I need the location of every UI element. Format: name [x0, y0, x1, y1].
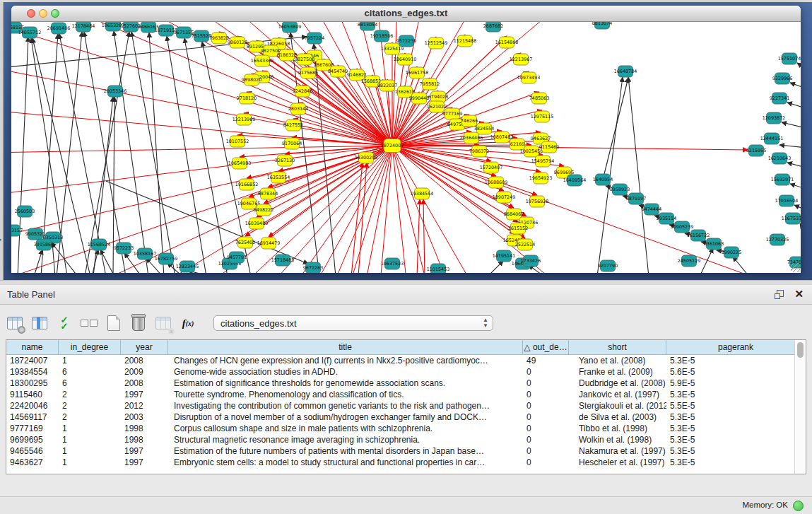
table-cell[interactable]: 6 [59, 378, 121, 389]
column-header-year[interactable]: year [121, 340, 168, 355]
table-cell[interactable]: Tourette syndrome. Phenomenology and cla… [168, 389, 523, 400]
table-row[interactable]: 911546021997Tourette syndrome. Phenomeno… [6, 389, 806, 400]
table-cell[interactable]: Structural magnetic resonance image aver… [168, 434, 523, 445]
table-cell[interactable]: 9465546 [6, 445, 59, 457]
table-cell[interactable]: 5.5E-5 [666, 400, 806, 411]
table-cell[interactable]: Genome-wide association studies in ADHD. [168, 366, 523, 378]
graph-node[interactable]: 11568524 [88, 239, 111, 250]
graph-node[interactable]: 9777169 [442, 108, 462, 119]
graph-node[interactable]: 7515525 [192, 30, 211, 42]
graph-node[interactable]: 9227341 [770, 93, 789, 104]
table-cell[interactable]: 2 [59, 411, 121, 423]
table-cell[interactable]: Wolkin et al. (1998) [569, 434, 666, 445]
graph-node[interactable]: 8878344 [258, 188, 278, 199]
graph-node[interactable]: 16039489 [245, 218, 269, 229]
graph-node[interactable]: 9329966 [772, 73, 792, 84]
table-cell[interactable]: Estimation of the future numbers of pati… [168, 445, 523, 457]
graph-node[interactable]: 8813054 [358, 22, 377, 30]
graph-node[interactable]: 19384554 [411, 188, 434, 199]
graph-node[interactable]: 9860123 [228, 37, 247, 48]
table-cell[interactable]: 5.6E-5 [666, 366, 806, 378]
graph-node[interactable]: 16648784 [614, 66, 637, 77]
table-cell[interactable]: 0 [523, 400, 569, 411]
graph-node[interactable]: 12512549 [425, 37, 448, 49]
graph-node[interactable]: 10905239 [671, 221, 694, 233]
graph-node[interactable]: 18107552 [226, 136, 249, 147]
graph-node[interactable]: 11675338 [782, 213, 801, 224]
graph-node[interactable]: 7963822 [209, 33, 229, 44]
graph-node[interactable]: 12823445 [176, 261, 199, 272]
graph-node[interactable]: 1615152 [508, 223, 528, 234]
graph-node[interactable]: 9170064 [282, 138, 302, 149]
table-scrollbar[interactable] [794, 340, 806, 474]
window-titlebar[interactable]: citations_edges.txt [11, 6, 801, 22]
table-cell[interactable]: 9699695 [6, 434, 59, 445]
graph-node[interactable]: 12444151 [760, 133, 784, 144]
graph-node[interactable]: 19756928 [526, 196, 549, 207]
float-panel-icon[interactable] [775, 290, 784, 299]
new-table-icon[interactable] [105, 314, 123, 332]
table-cell[interactable]: 1 [59, 445, 121, 457]
graph-node[interactable]: 8454749 [328, 66, 348, 77]
graph-node[interactable]: 15751074 [778, 53, 801, 64]
graph-node[interactable]: 2560503 [15, 206, 35, 217]
column-header-name[interactable]: name [6, 340, 59, 355]
window-resize-grip[interactable] [791, 263, 800, 272]
graph-node[interactable]: 2718120 [237, 93, 257, 104]
graph-node[interactable]: 14195141 [493, 250, 516, 262]
graph-node[interactable]: 12178484 [72, 22, 95, 32]
row-height-icon[interactable] [80, 314, 98, 332]
table-cell[interactable]: 1997 [121, 457, 168, 468]
graph-node[interactable]: 7485063 [529, 93, 549, 104]
table-cell[interactable]: 9115460 [6, 389, 59, 400]
table-cell[interactable]: 5.3E-5 [666, 389, 806, 400]
graph-node[interactable]: 16154808 [495, 37, 519, 48]
table-cell[interactable]: 0 [523, 366, 569, 378]
graph-node[interactable]: 11015453 [427, 264, 450, 273]
table-cell[interactable]: 5.3E-5 [666, 411, 806, 423]
graph-node[interactable]: 9115460 [539, 141, 559, 153]
graph-node[interactable]: 3267130 [275, 155, 295, 166]
table-cell[interactable]: 1 [59, 457, 121, 468]
table-cell[interactable]: 2009 [121, 366, 168, 378]
table-cell[interactable]: Yano et al. (2008) [569, 355, 666, 366]
table-cell[interactable]: 1 [59, 423, 121, 434]
graph-node[interactable]: 2935114 [657, 213, 676, 224]
graph-node[interactable]: 10654983 [228, 158, 252, 169]
table-row[interactable]: 1830029562008Estimation of significance … [6, 378, 806, 389]
table-cell[interactable]: Tibbo et al. (1998) [569, 423, 666, 434]
column-header-out-degree-sorted[interactable]: △ out_de… [523, 340, 569, 355]
table-cell[interactable]: 1998 [121, 423, 168, 434]
graph-node[interactable]: 16914479 [257, 238, 281, 249]
table-cell[interactable]: 1 [59, 434, 121, 445]
graph-node[interactable]: 9827508 [295, 54, 314, 65]
graph-node[interactable]: 10973493 [517, 72, 541, 83]
table-cell[interactable]: 0 [523, 445, 569, 457]
graph-node[interactable]: 11215488 [454, 35, 477, 47]
table-cell[interactable]: 49 [523, 355, 569, 366]
table-cell[interactable]: 5.3E-5 [666, 445, 806, 457]
table-options-icon[interactable] [6, 314, 24, 332]
table-cell[interactable]: Corpus callosum shape and size in male p… [168, 423, 523, 434]
graph-node[interactable]: 9898020 [242, 74, 261, 86]
table-cell[interactable]: 9463627 [6, 457, 59, 468]
table-cell[interactable]: 2008 [121, 355, 168, 366]
graph-node[interactable]: 18640910 [394, 54, 417, 65]
graph-node[interactable]: 12213967 [510, 54, 533, 65]
graph-node[interactable]: 8215955 [746, 145, 766, 156]
table-cell[interactable]: 2012 [121, 400, 168, 411]
graph-node[interactable]: 9498222 [254, 204, 273, 216]
table-cell[interactable]: 0 [523, 457, 569, 468]
table-row[interactable]: 969969511998Structural magnetic resonanc… [6, 434, 806, 445]
graph-node[interactable]: 7955812 [420, 78, 440, 90]
table-cell[interactable]: 1997 [121, 389, 168, 400]
graph-node[interactable]: 1640954 [593, 174, 613, 185]
graph-node[interactable]: 746266 [461, 115, 478, 127]
graph-node[interactable]: 8903157 [11, 225, 23, 236]
table-cell[interactable]: Embryonic stem cells: a model to study s… [168, 457, 523, 468]
close-panel-icon[interactable]: ✕ [794, 288, 804, 300]
table-cell[interactable]: 5.3E-5 [666, 434, 806, 445]
column-header-in-degree[interactable]: in_degree [59, 340, 121, 355]
column-header-short[interactable]: short [569, 340, 666, 355]
column-header-title[interactable]: title [168, 340, 523, 355]
